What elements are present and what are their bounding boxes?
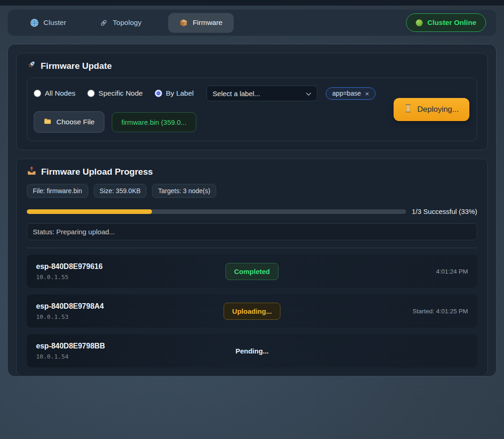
radio-specific-node[interactable]: Specific Node xyxy=(87,89,143,98)
top-navbar: Cluster Topology Firmware xyxy=(7,9,497,36)
status-badge-uploading: Uploading... xyxy=(224,303,281,320)
node-identity: esp-840D8E9798BB 10.0.1.54 xyxy=(36,342,236,360)
deploy-button-label: Deploying... xyxy=(417,105,459,114)
package-icon xyxy=(179,18,188,27)
firmware-update-title: Firmware Update xyxy=(27,60,477,72)
upload-progress-title-text: Firmware Upload Progress xyxy=(41,167,153,177)
selected-file-button[interactable]: firmware.bin (359.0... xyxy=(112,112,196,132)
label-select-dropdown[interactable]: Select a label... xyxy=(206,85,317,101)
progress-bar-fill xyxy=(27,209,152,214)
nav-tab-label: Cluster xyxy=(43,18,66,27)
upload-progress-title: Firmware Upload Progress xyxy=(27,166,477,178)
green-circle-icon xyxy=(416,19,423,26)
radio-all-nodes-label: All Nodes xyxy=(45,89,75,98)
upload-tray-icon xyxy=(27,166,36,178)
status-badge-completed: Completed xyxy=(225,263,279,280)
status-message: Status: Preparing upload... xyxy=(27,223,477,240)
targets-badge: Targets: 3 node(s) xyxy=(152,184,216,198)
hourglass-icon xyxy=(404,104,412,115)
firmware-update-title-text: Firmware Update xyxy=(41,61,112,71)
folder-icon xyxy=(43,117,52,127)
radio-all-nodes-input[interactable] xyxy=(34,90,41,97)
choose-file-button[interactable]: Choose File xyxy=(34,111,104,133)
status-text-pending: Pending... xyxy=(236,347,269,355)
nav-tab-cluster[interactable]: Cluster xyxy=(24,13,73,33)
label-tag-text: app=base xyxy=(332,90,361,97)
radio-specific-node-input[interactable] xyxy=(87,90,95,97)
node-ip: 10.0.1.55 xyxy=(36,274,225,280)
rocket-icon xyxy=(27,60,36,72)
globe-icon xyxy=(30,18,39,27)
radio-by-label[interactable]: By Label xyxy=(155,89,194,98)
link-icon xyxy=(99,18,108,27)
chevron-down-icon xyxy=(306,90,311,98)
node-row: esp-840D8E979616 10.0.1.55 Completed 4:0… xyxy=(27,255,477,288)
nav-tab-topology[interactable]: Topology xyxy=(93,13,148,33)
node-ip: 10.0.1.54 xyxy=(36,353,236,360)
node-identity: esp-840D8E979616 10.0.1.55 xyxy=(36,262,225,280)
node-timestamp: 4:01:24 PM xyxy=(436,268,468,275)
nav-tab-label: Topology xyxy=(113,18,141,27)
file-name-badge: File: firmware.bin xyxy=(27,184,88,198)
file-info-badges: File: firmware.bin Size: 359.0KB Targets… xyxy=(27,184,477,198)
label-select-value: Select a label... xyxy=(213,90,260,98)
radio-all-nodes[interactable]: All Nodes xyxy=(34,89,75,98)
cluster-status-label: Cluster Online xyxy=(427,18,476,27)
upload-progress-card: Firmware Upload Progress File: firmware.… xyxy=(16,159,488,376)
firmware-update-card: Firmware Update All Nodes Specific Node … xyxy=(16,53,488,150)
node-row: esp-840D8E9798A4 10.0.1.53 Uploading... … xyxy=(27,294,477,328)
divider xyxy=(27,248,477,248)
page-background: Cluster Topology Firmware xyxy=(0,6,504,439)
remove-tag-icon[interactable]: × xyxy=(365,90,369,98)
node-timestamp: Started: 4:01:25 PM xyxy=(413,308,468,315)
node-name: esp-840D8E979616 xyxy=(36,262,225,271)
node-name: esp-840D8E9798BB xyxy=(36,342,236,350)
nav-tab-firmware[interactable]: Firmware xyxy=(168,13,234,33)
radio-by-label-input[interactable] xyxy=(155,90,162,97)
node-ip: 10.0.1.53 xyxy=(36,313,224,320)
progress-bar xyxy=(27,209,406,214)
file-size-badge: Size: 359.0KB xyxy=(94,184,147,198)
node-identity: esp-840D8E9798A4 10.0.1.53 xyxy=(36,302,224,320)
node-row: esp-840D8E9798BB 10.0.1.54 Pending... xyxy=(27,334,477,367)
nav-tab-label: Firmware xyxy=(193,18,223,27)
deploy-button[interactable]: Deploying... xyxy=(394,98,469,121)
label-tag-chip: app=base × xyxy=(326,87,376,100)
progress-label: 1/3 Successful (33%) xyxy=(412,207,477,215)
radio-specific-node-label: Specific Node xyxy=(98,89,143,98)
deploy-form: All Nodes Specific Node By Label Select … xyxy=(27,78,477,141)
radio-by-label-label: By Label xyxy=(166,89,194,98)
node-name: esp-840D8E9798A4 xyxy=(36,302,224,311)
cluster-status-badge[interactable]: Cluster Online xyxy=(406,13,486,32)
choose-file-label: Choose File xyxy=(56,118,95,126)
main-content: Firmware Update All Nodes Specific Node … xyxy=(7,44,497,377)
progress-row: 1/3 Successful (33%) xyxy=(27,207,477,215)
